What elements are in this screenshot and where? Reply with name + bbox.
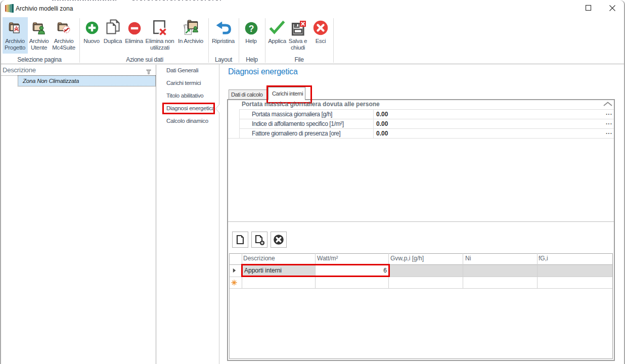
svg-text:?: ? (249, 24, 254, 34)
